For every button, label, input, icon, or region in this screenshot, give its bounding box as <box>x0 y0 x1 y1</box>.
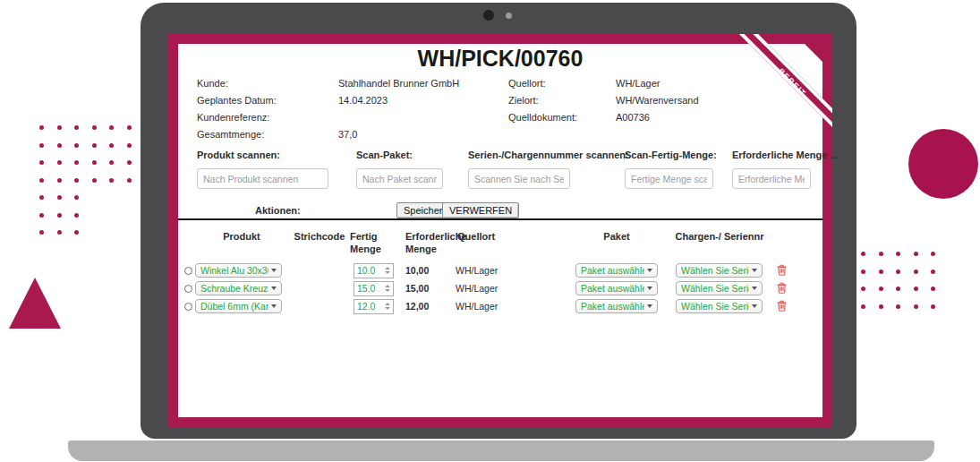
table-row: Schraube Kreuzschl 15.0 15,00 WH/Lager P… <box>178 279 796 297</box>
chargen-select[interactable]: Wählen Sie Serien-/l <box>676 299 763 313</box>
delete-row-button[interactable] <box>774 300 788 313</box>
quelldokument-value: A00736 <box>616 109 650 126</box>
dot-decoration <box>931 270 935 274</box>
dot-decoration <box>127 143 132 148</box>
row-radio[interactable] <box>184 285 192 293</box>
dot-decoration <box>896 287 900 291</box>
product-select[interactable]: Schraube Kreuzschl <box>195 281 282 295</box>
dot-decoration <box>896 304 900 309</box>
product-select[interactable]: Winkel Alu 30x30 c <box>195 263 282 278</box>
row-radio[interactable] <box>184 303 192 311</box>
header-strichcode: Strichcode <box>291 228 348 243</box>
dot-decoration <box>931 252 935 256</box>
dot-decoration <box>92 125 97 130</box>
dot-decoration <box>57 230 62 235</box>
status-ribbon: BEREIT <box>723 34 832 143</box>
dot-decoration <box>896 270 900 274</box>
kunde-label: Kunde: <box>197 75 228 92</box>
header-spacer <box>178 228 192 230</box>
quantity-stepper[interactable] <box>385 285 390 292</box>
scan-produkt-input[interactable] <box>197 168 328 189</box>
dot-decoration <box>931 287 935 291</box>
delete-row-button[interactable] <box>774 264 788 278</box>
dot-decoration <box>39 143 44 148</box>
chevron-down-icon <box>752 304 757 308</box>
chevron-down-icon <box>752 269 757 272</box>
scan-serien-input[interactable] <box>468 168 570 189</box>
header-produkt: Produkt <box>192 228 291 243</box>
quellort-value: WH/Lager <box>456 301 563 312</box>
dot-decoration <box>109 125 114 130</box>
chargen-select[interactable]: Wählen Sie Serien-/l <box>676 263 763 278</box>
dot-decoration <box>109 160 114 165</box>
table-header-row: Produkt Strichcode Fertig Menge Erforder… <box>178 228 796 255</box>
fertig-menge-input[interactable]: 15.0 <box>354 281 394 296</box>
dot-decoration <box>861 287 865 291</box>
erforderliche-menge-value: 10,00 <box>404 265 456 276</box>
ribbon-corner <box>795 34 832 72</box>
gesamtmenge-value: 37,0 <box>338 126 357 143</box>
header-actions-spacer <box>769 228 796 230</box>
dot-decoration <box>57 160 62 165</box>
scan-produkt-label: Produkt scannen: <box>197 150 280 160</box>
dot-decoration <box>109 178 114 183</box>
row-radio[interactable] <box>184 267 192 275</box>
dot-decoration <box>39 230 44 235</box>
dot-decoration <box>914 252 918 256</box>
dot-decoration <box>57 195 62 200</box>
dot-decoration <box>896 252 900 256</box>
dot-decoration <box>74 143 79 148</box>
quellort-value: WH/Lager <box>456 283 563 294</box>
dot-decoration <box>109 143 114 148</box>
dot-decoration <box>879 270 883 274</box>
chevron-down-icon <box>752 287 757 290</box>
dot-decoration <box>57 125 62 130</box>
dot-decoration <box>861 304 865 309</box>
dot-decoration <box>57 213 62 218</box>
quantity-stepper[interactable] <box>385 303 390 310</box>
zielort-label: Zielort: <box>508 92 539 109</box>
scan-fertig-menge-input[interactable] <box>625 168 713 189</box>
chargen-select[interactable]: Wählen Sie Serien-/l <box>676 281 763 295</box>
dot-decoration <box>879 287 883 291</box>
dot-decoration <box>74 213 79 218</box>
dot-decoration <box>127 160 132 165</box>
app-screen: BEREIT WH/PICK/00760 Kunde: Stahlhandel … <box>168 34 832 427</box>
scan-serien-label: Serien-/Chargennummer scannen: <box>468 150 629 160</box>
product-select[interactable]: Dübel 6mm (Karton <box>195 299 282 313</box>
scan-erforderliche-input[interactable] <box>732 168 811 189</box>
dot-decoration <box>92 143 97 148</box>
dot-decoration <box>74 195 79 200</box>
geplantes-datum-label: Geplantes Datum: <box>197 92 277 109</box>
dot-decoration <box>879 252 883 256</box>
dot-decoration <box>57 178 62 183</box>
scan-fertig-menge-label: Scan-Fertig-Menge: <box>625 150 717 160</box>
paket-select[interactable]: Paket auswählen <box>575 299 658 313</box>
chevron-down-icon <box>647 269 652 272</box>
erforderliche-menge-value: 12,00 <box>404 301 456 312</box>
quellort-value: WH/Lager <box>616 75 660 92</box>
dot-decoration <box>914 287 918 291</box>
dot-decoration <box>92 160 97 165</box>
dot-decoration <box>57 143 62 148</box>
dot-decoration <box>39 160 44 165</box>
dot-decoration <box>127 125 132 130</box>
discard-button[interactable]: VERWERFEN <box>442 202 519 218</box>
delete-row-button[interactable] <box>774 282 788 295</box>
dot-decoration <box>879 304 883 309</box>
dot-decoration <box>39 125 44 130</box>
paket-select[interactable]: Paket auswählen <box>575 281 658 295</box>
zielort-value: WH/Warenversand <box>616 92 699 109</box>
gesamtmenge-label: Gesamtmenge: <box>197 126 264 143</box>
quantity-stepper[interactable] <box>385 267 390 274</box>
scan-paket-input[interactable] <box>356 168 443 189</box>
chevron-down-icon <box>271 269 277 272</box>
dot-decoration <box>74 125 79 130</box>
dot-decoration <box>39 213 44 218</box>
dot-decoration <box>861 270 865 274</box>
fertig-menge-input[interactable]: 12.0 <box>354 299 394 314</box>
dot-decoration <box>74 230 79 235</box>
fertig-menge-input[interactable]: 10.0 <box>354 263 394 278</box>
circle-decoration <box>908 129 978 199</box>
paket-select[interactable]: Paket auswählen <box>575 263 658 278</box>
